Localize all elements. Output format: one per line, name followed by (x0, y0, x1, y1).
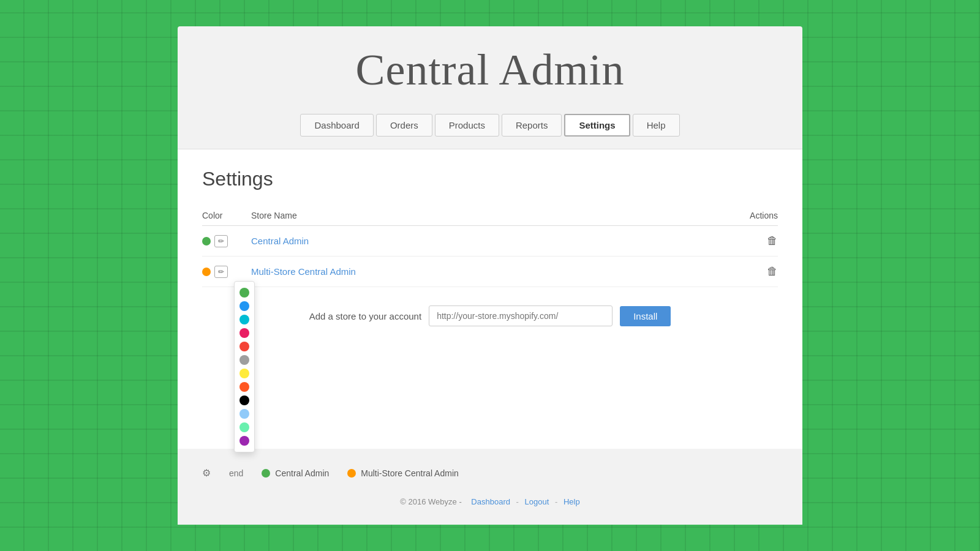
picker-color-pink[interactable] (239, 328, 249, 338)
nav-settings[interactable]: Settings (564, 114, 630, 137)
store-1-link[interactable]: Central Admin (251, 236, 309, 246)
store-2-name-cell: Multi-Store Central Admin (251, 266, 729, 277)
picker-color-blue[interactable] (239, 301, 249, 311)
nav-reports[interactable]: Reports (502, 114, 562, 137)
trash-icon-2 (767, 265, 778, 277)
footer-logout-link[interactable]: Logout (525, 497, 549, 506)
store-2-link[interactable]: Multi-Store Central Admin (251, 266, 356, 277)
page-heading: Settings (202, 168, 778, 190)
add-store-label: Add a store to your account (309, 311, 421, 321)
legend-name-1: Central Admin (275, 468, 329, 478)
picker-color-black[interactable] (239, 395, 249, 405)
legend-name-2: Multi-Store Central Admin (361, 468, 459, 478)
store-2-color-cell: ✏ (202, 266, 251, 278)
col-header-color: Color (202, 211, 251, 220)
picker-color-light-blue[interactable] (239, 409, 249, 419)
install-button[interactable]: Install (620, 306, 671, 326)
col-header-name: Store Name (251, 211, 729, 220)
store-2-actions (729, 265, 778, 278)
footer-sep-2: - (516, 497, 521, 506)
table-header: Color Store Name Actions (202, 206, 778, 226)
store-row-2: ✏ Multi-Store Central Admin (202, 257, 778, 287)
header: Central Admin (178, 26, 802, 108)
store-1-dot (202, 237, 211, 246)
store-1-delete[interactable] (767, 234, 778, 247)
gear-icon: ⚙ (202, 467, 211, 479)
picker-color-teal[interactable] (239, 315, 249, 324)
footer-links: © 2016 Webyze - Dashboard - Logout - Hel… (202, 485, 778, 512)
nav-bar: Dashboard Orders Products Reports Settin… (178, 108, 802, 149)
add-store-row: Add a store to your account Install (202, 287, 778, 339)
content-area: Settings Color Store Name Actions ✏ Cent… (178, 149, 802, 449)
store-1-edit-color[interactable]: ✏ (214, 235, 228, 247)
picker-color-light-green[interactable] (239, 422, 249, 432)
footer-dashboard-link[interactable]: Dashboard (471, 497, 510, 506)
legend-dot-1 (262, 469, 270, 478)
app-title: Central Admin (178, 45, 802, 96)
store-1-actions (729, 234, 778, 247)
col-header-actions: Actions (729, 211, 778, 220)
store-2-dot (202, 268, 211, 276)
legend-item-2: Multi-Store Central Admin (347, 468, 459, 478)
picker-color-purple[interactable] (239, 436, 249, 446)
store-row-1: ✏ Central Admin (202, 226, 778, 257)
picker-color-gray[interactable] (239, 355, 249, 365)
footer-section: ⚙ end Central Admin Multi-Store Central … (178, 449, 802, 525)
store-url-input[interactable] (429, 305, 612, 326)
legend-item-1: Central Admin (262, 468, 329, 478)
store-1-color-cell: ✏ (202, 235, 251, 247)
footer-sep-3: - (555, 497, 560, 506)
store-2-delete[interactable] (767, 265, 778, 278)
legend-end-label: end (229, 468, 243, 478)
picker-color-green[interactable] (239, 288, 249, 298)
nav-help[interactable]: Help (633, 114, 680, 137)
color-picker-dropdown (234, 281, 255, 452)
nav-orders[interactable]: Orders (376, 114, 432, 137)
nav-products[interactable]: Products (435, 114, 499, 137)
legend-dot-2 (347, 469, 356, 478)
footer-copyright: © 2016 Webyze - (400, 497, 461, 506)
main-container: Central Admin Dashboard Orders Products … (178, 26, 802, 525)
picker-color-red[interactable] (239, 342, 249, 351)
footer-help-link[interactable]: Help (564, 497, 580, 506)
nav-dashboard[interactable]: Dashboard (300, 114, 373, 137)
store-2-edit-color[interactable]: ✏ (214, 266, 228, 278)
picker-color-deep-orange[interactable] (239, 382, 249, 392)
trash-icon-1 (767, 234, 778, 247)
picker-color-yellow[interactable] (239, 369, 249, 378)
legend-row: ⚙ end Central Admin Multi-Store Central … (202, 461, 778, 485)
store-1-name-cell: Central Admin (251, 236, 729, 247)
